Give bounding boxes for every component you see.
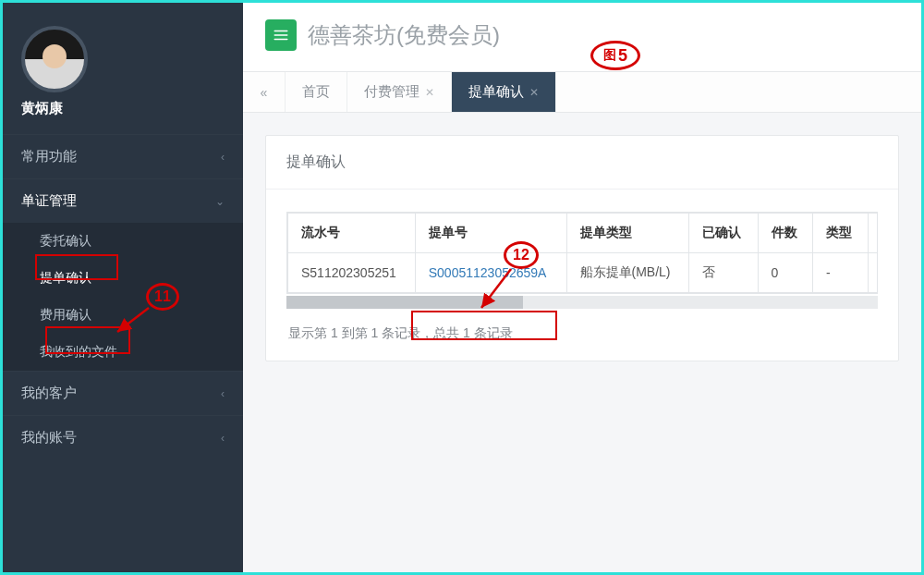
avatar-wrap	[3, 17, 243, 100]
cell-billno-link[interactable]: S00051123052659A	[415, 253, 566, 293]
sidebar-subitem-entrust[interactable]: 委托确认	[3, 223, 243, 260]
tab-label: 提单确认	[468, 83, 524, 101]
table-wrap: 流水号 提单号 提单类型 已确认 件数 类型 毛重KGS	[286, 212, 878, 294]
table-row[interactable]: S511202305251 S00051123052659A 船东提单(MB/L…	[288, 253, 879, 293]
tab-back-button[interactable]: «	[243, 72, 286, 112]
col-gross: 毛重KGS	[868, 214, 878, 253]
panel: 提单确认 流水号 提单号 提单类型 已确认 件数 类	[265, 135, 899, 361]
sidebar-item-docs[interactable]: 单证管理 ⌄	[3, 178, 243, 223]
chevron-left-icon: ‹	[221, 432, 225, 445]
col-cat: 类型	[813, 214, 869, 253]
col-pieces: 件数	[758, 214, 813, 253]
pager-info: 显示第 1 到第 1 条记录，总共 1 条记录	[286, 309, 878, 351]
col-billno: 提单号	[415, 214, 566, 253]
sidebar-subitem-fee-confirm[interactable]: 费用确认	[3, 297, 243, 334]
avatar[interactable]	[21, 26, 88, 92]
cell-gross: 24000	[868, 253, 878, 293]
tab-label: 付费管理	[364, 83, 419, 101]
sidebar: 黄炳康 常用功能 ‹ 单证管理 ⌄ 委托确认 提单确认 费用确认 我收到的文件 …	[3, 3, 243, 572]
sidebar-item-account[interactable]: 我的账号 ‹	[3, 415, 243, 459]
hamburger-icon	[273, 27, 289, 43]
horizontal-scrollbar[interactable]	[286, 296, 878, 309]
sidebar-item-customers[interactable]: 我的客户 ‹	[3, 371, 243, 415]
main: 德善茶坊(免费会员) « 首页 付费管理 ✕ 提单确认 ✕ 提单确认	[243, 3, 921, 572]
panel-title: 提单确认	[266, 136, 898, 190]
menu-toggle-button[interactable]	[265, 19, 297, 51]
col-serial: 流水号	[288, 214, 416, 253]
page-title: 德善茶坊(免费会员)	[308, 20, 500, 50]
sidebar-subnav-docs: 委托确认 提单确认 费用确认 我收到的文件	[3, 223, 243, 371]
chevron-left-icon: ‹	[221, 151, 225, 164]
tab-fee-mgmt[interactable]: 付费管理 ✕	[347, 72, 452, 112]
titlebar: 德善茶坊(免费会员)	[243, 3, 921, 72]
cell-pieces: 0	[758, 253, 813, 293]
cell-confirmed: 否	[689, 253, 758, 293]
col-billtype: 提单类型	[566, 214, 689, 253]
tabbar: « 首页 付费管理 ✕ 提单确认 ✕	[243, 72, 921, 113]
sidebar-item-label: 我的客户	[21, 385, 77, 402]
table-header-row: 流水号 提单号 提单类型 已确认 件数 类型 毛重KGS	[288, 214, 879, 253]
tab-home[interactable]: 首页	[286, 72, 347, 112]
sidebar-nav: 常用功能 ‹ 单证管理 ⌄ 委托确认 提单确认 费用确认 我收到的文件 我的客户…	[3, 134, 243, 459]
cell-billtype: 船东提单(MB/L)	[566, 253, 689, 293]
username: 黄炳康	[3, 100, 243, 134]
sidebar-subitem-bill-confirm[interactable]: 提单确认	[3, 260, 243, 297]
close-icon[interactable]: ✕	[529, 86, 539, 99]
scrollbar-thumb[interactable]	[286, 296, 523, 309]
chevron-down-icon: ⌄	[215, 195, 225, 208]
bill-table: 流水号 提单号 提单类型 已确认 件数 类型 毛重KGS	[287, 213, 878, 293]
cell-serial: S511202305251	[288, 253, 416, 293]
double-chevron-left-icon: «	[261, 85, 268, 100]
col-confirmed: 已确认	[689, 214, 758, 253]
sidebar-subitem-received-files[interactable]: 我收到的文件	[3, 334, 243, 371]
content: 提单确认 流水号 提单号 提单类型 已确认 件数 类	[243, 113, 921, 572]
chevron-left-icon: ‹	[221, 387, 225, 400]
tab-bill-confirm[interactable]: 提单确认 ✕	[452, 72, 556, 112]
close-icon[interactable]: ✕	[425, 86, 434, 99]
cell-cat: -	[813, 253, 869, 293]
tab-label: 首页	[302, 83, 330, 101]
sidebar-item-label: 单证管理	[21, 192, 77, 210]
sidebar-item-common[interactable]: 常用功能 ‹	[3, 134, 243, 178]
sidebar-item-label: 我的账号	[21, 429, 77, 447]
sidebar-item-label: 常用功能	[21, 148, 77, 165]
panel-body: 流水号 提单号 提单类型 已确认 件数 类型 毛重KGS	[266, 190, 898, 361]
